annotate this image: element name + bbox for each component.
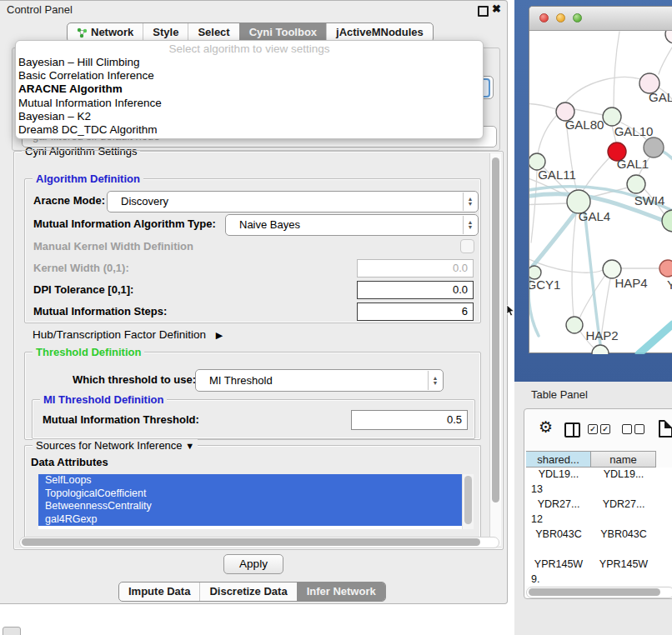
- network-edge[interactable]: [574, 109, 604, 115]
- table-row[interactable]: YDR27...YDR27...12: [526, 498, 672, 528]
- algorithm-option[interactable]: Bayesian – K2: [16, 110, 483, 123]
- deselect-checkbox-icon[interactable]: [634, 424, 644, 434]
- attribute-list-item[interactable]: gal4RGexp: [38, 513, 474, 527]
- scrollbar-thumb[interactable]: [464, 476, 472, 524]
- hub-factor-expander[interactable]: Hub/Transcription Factor Definition ▶: [33, 328, 223, 341]
- float-window-icon[interactable]: [478, 6, 489, 17]
- manual-kernel-checkbox[interactable]: [460, 239, 474, 253]
- mi-type-combobox[interactable]: Naive Bayes ▲▼: [225, 214, 479, 236]
- tab-cyni-toolbox[interactable]: Cyni Toolbox: [239, 23, 326, 42]
- tab-select[interactable]: Select: [188, 23, 238, 42]
- cyni-algorithm-settings-group: Cyni Algorithm Settings Algorithm Defini…: [13, 151, 504, 550]
- mi-type-label: Mutual Information Algorithm Type:: [33, 214, 216, 234]
- settings-horizontal-scrollbar[interactable]: [19, 537, 499, 548]
- node-label: GCY1: [529, 278, 560, 292]
- network-edge[interactable]: [565, 78, 643, 102]
- table-row[interactable]: YPR145WYPR145W9.: [526, 558, 672, 586]
- export-table-icon[interactable]: [659, 420, 672, 438]
- tab-discretize-data[interactable]: Discretize Data: [199, 582, 296, 601]
- gear-icon[interactable]: ⚙: [539, 418, 553, 437]
- column-visibility-icon[interactable]: [564, 422, 580, 438]
- deselect-checkbox-icon[interactable]: [622, 424, 632, 434]
- tab-network[interactable]: Network: [68, 23, 143, 42]
- mi-steps-field[interactable]: 6: [357, 302, 474, 321]
- network-edge[interactable]: [614, 32, 619, 108]
- select-all-checkbox-icon[interactable]: ✓: [600, 424, 610, 434]
- network-canvas[interactable]: GALGAL80GAL10GAL1GAL11SWI4GAL4GCY1HAP4YH…: [529, 31, 672, 354]
- scrollbar-thumb[interactable]: [529, 588, 660, 596]
- table-row[interactable]: YBR043CYBR043C: [526, 528, 672, 558]
- minimized-panel-icon[interactable]: [3, 627, 21, 635]
- control-panel-title: Control Panel: [7, 3, 73, 16]
- algorithm-option[interactable]: Mutual Information Inference: [16, 97, 483, 110]
- network-node[interactable]: [592, 345, 609, 354]
- mouse-cursor: [506, 305, 516, 317]
- table-panel-title: Table Panel: [531, 388, 588, 401]
- node-label: GAL80: [565, 118, 604, 132]
- mi-threshold-group-title: MI Threshold Definition: [40, 393, 167, 406]
- data-attributes-list[interactable]: SelfLoopsTopologicalCoefficientBetweenne…: [38, 474, 474, 529]
- scrollbar-thumb[interactable]: [492, 158, 499, 502]
- network-edge[interactable]: [584, 211, 600, 344]
- table-cell: YPR145W: [591, 558, 656, 572]
- network-node[interactable]: [603, 108, 621, 126]
- network-view-window: GALGAL80GAL10GAL1GAL11SWI4GAL4GCY1HAP4YH…: [529, 6, 672, 353]
- sources-group-title[interactable]: Sources for Network Inference ▼: [33, 439, 198, 452]
- close-icon[interactable]: ✖: [492, 2, 501, 15]
- network-edge[interactable]: [538, 115, 557, 154]
- network-node[interactable]: [659, 260, 672, 277]
- select-all-checkbox-icon[interactable]: ✓: [588, 424, 598, 434]
- attributes-list-scrollbar[interactable]: [462, 474, 474, 529]
- table-horizontal-scrollbar[interactable]: [526, 587, 672, 598]
- network-node[interactable]: [665, 31, 672, 43]
- expand-right-icon: ▶: [216, 330, 223, 340]
- network-edge[interactable]: [662, 151, 672, 159]
- network-window-titlebar[interactable]: [529, 7, 672, 31]
- minimize-traffic-light[interactable]: [556, 13, 565, 22]
- threshold-definition-group: Threshold Definition Which threshold to …: [24, 352, 481, 440]
- tab-impute-data[interactable]: Impute Data: [119, 582, 199, 601]
- network-edge[interactable]: [659, 43, 672, 74]
- node-table-rows: YDL19...YDL19...13YDR27...YDR27...12YBR0…: [526, 468, 672, 586]
- node-label: Y: [667, 278, 672, 292]
- scrollbar-thumb[interactable]: [22, 538, 480, 546]
- tab-jactivemnodules[interactable]: jActiveMNodules: [326, 23, 433, 42]
- zoom-traffic-light[interactable]: [573, 13, 582, 22]
- table-column-header[interactable]: shared...: [526, 451, 591, 468]
- apply-button[interactable]: Apply: [223, 554, 283, 574]
- algorithm-option[interactable]: Dream8 DC_TDC Algorithm: [16, 123, 483, 137]
- algorithm-option[interactable]: Basic Correlation Inference: [16, 69, 483, 82]
- dpi-tolerance-label: DPI Tolerance [0,1]:: [33, 281, 133, 299]
- attribute-list-item[interactable]: SelfLoops: [38, 474, 474, 488]
- which-threshold-value: MI Threshold: [209, 370, 273, 391]
- network-edge[interactable]: [529, 103, 556, 109]
- kernel-width-field[interactable]: 0.0: [357, 259, 474, 278]
- table-cell: YPR145W: [526, 558, 591, 572]
- network-node[interactable]: [627, 175, 645, 193]
- hub-factor-label: Hub/Transcription Factor Definition: [33, 328, 206, 341]
- algorithm-option[interactable]: Bayesian – Hill Climbing: [16, 56, 483, 69]
- table-column-header[interactable]: name: [591, 451, 656, 468]
- aracne-mode-combobox[interactable]: Discovery ▲▼: [107, 191, 479, 212]
- which-threshold-label: Which threshold to use:: [73, 369, 196, 390]
- network-edge[interactable]: [639, 324, 672, 354]
- mi-threshold-field[interactable]: 0.5: [351, 410, 468, 430]
- combo-stepper-icon: ▲▼: [428, 371, 442, 390]
- mi-steps-label: Mutual Information Steps:: [33, 302, 167, 321]
- table-cell: YBR043C: [591, 528, 656, 542]
- network-edge[interactable]: [572, 213, 576, 317]
- attribute-list-item[interactable]: BetweennessCentrality: [38, 500, 474, 513]
- dpi-tolerance-field[interactable]: 0.0: [357, 281, 474, 299]
- network-node[interactable]: [566, 317, 583, 333]
- algorithm-option[interactable]: ARACNE Algorithm: [16, 82, 483, 96]
- table-row[interactable]: YDL19...YDL19...13: [526, 468, 672, 498]
- dropdown-options: Bayesian – Hill ClimbingBasic Correlatio…: [16, 56, 483, 137]
- tab-style[interactable]: Style: [143, 23, 188, 42]
- settings-vertical-scrollbar[interactable]: [489, 153, 501, 546]
- attribute-list-item[interactable]: TopologicalCoefficient: [38, 488, 474, 501]
- tab-infer-network[interactable]: Infer Network: [297, 582, 385, 601]
- close-traffic-light[interactable]: [539, 13, 549, 22]
- which-threshold-combobox[interactable]: MI Threshold ▲▼: [195, 369, 444, 392]
- dropdown-hint: Select algorithm to view settings: [16, 42, 483, 56]
- network-node[interactable]: [644, 138, 664, 158]
